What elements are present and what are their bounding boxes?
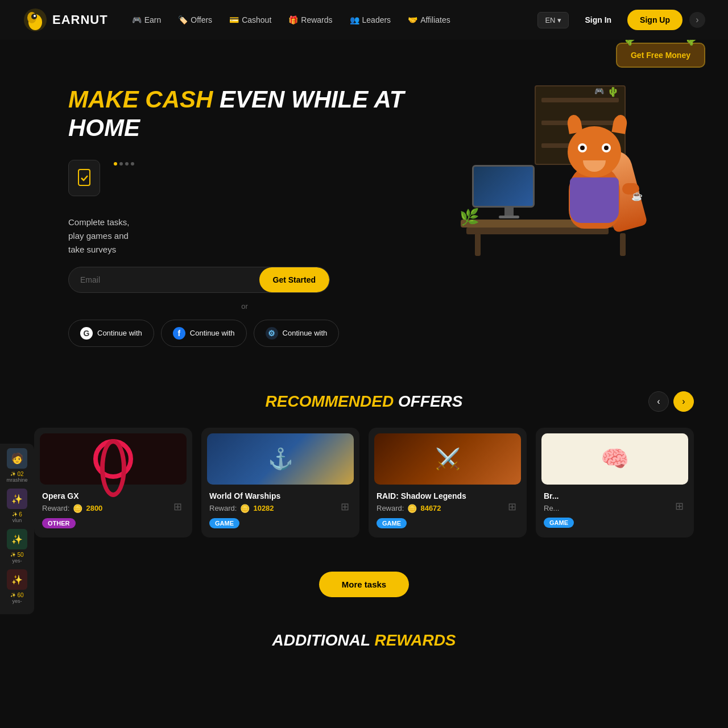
squirrel-character: ☕ [552,104,643,229]
activity-item: ✨ ✨ 60 yes- [3,569,31,604]
cashout-icon: 💳 [229,15,239,24]
dot [114,162,117,166]
prev-arrow-button[interactable]: ‹ [648,391,669,412]
offer-reward: Reward: 🪙 10282 [209,504,351,513]
activity-avatar: ✨ [7,569,27,590]
additional-rewards-section: ADDITIONAL REWARDS [0,620,728,672]
offer-cards-grid: Opera GX Reward: 🪙 2800 OTHER ⊞ ⚓ World … [34,428,694,537]
dot [131,162,134,166]
signup-button[interactable]: Sign Up [627,10,682,30]
earn-icon: 🎮 [132,15,142,24]
svg-rect-5 [78,169,90,185]
more-tasks-section: More tasks [0,555,728,620]
offer-action-icon[interactable]: ⊞ [173,500,182,513]
dot [119,162,123,166]
sparkle-icon: ✨ [10,593,16,598]
offer-action-icon[interactable]: ⊞ [675,500,684,512]
offer-image-raid: ⚔️ [374,433,521,485]
activity-amount: ✨ 60 [10,592,23,598]
continue-google-button[interactable]: G Continue with [68,320,154,347]
activity-username: yes- [2,598,32,604]
recommended-header: RECOMMENDED OFFERS ‹ › [34,392,694,411]
shelf-gamepad-icon: 🎮 [594,86,604,96]
brand-name: EARNUT [52,13,108,27]
sparkle-icon: ✨ [12,512,18,517]
offer-reward: Reward: 🪙 84672 [377,504,519,513]
hero-title: MAKE CASH EVEN WHILE AT HOME [68,85,421,143]
nav-collapse-arrow[interactable]: › [689,12,705,28]
free-money-banner[interactable]: Get Free Money [616,43,705,68]
email-input[interactable] [69,267,259,292]
coffee-cup-icon: ☕ [631,191,643,201]
sparkle-icon: ✨ [10,471,16,477]
logo[interactable]: EARNUT [23,7,108,32]
task-icon [76,168,92,188]
get-started-button[interactable]: Get Started [259,267,329,292]
recommended-section: RECOMMENDED OFFERS ‹ › Opera GX Reward: … [0,370,728,555]
nav-offers[interactable]: 🏷️ Offers [171,12,219,28]
nav-leaders[interactable]: 👥 Leaders [343,12,398,28]
offer-image-brain: 🧠 [541,433,688,485]
desk-leg-left [475,233,481,256]
offers-icon: 🏷️ [178,15,188,24]
squirrel-eye-right [602,143,611,152]
email-form: Get Started [68,267,330,293]
offer-tag: GAME [544,518,574,528]
warships-art: ⚓ [207,433,354,485]
activity-username: vlun [2,518,32,523]
offer-reward: Reward: 🪙 2800 [42,504,184,513]
offer-card-warships: ⚓ World Of Warships Reward: 🪙 10282 GAME… [201,428,359,537]
raid-art: ⚔️ [374,433,521,485]
offer-name: Br... [544,491,686,500]
next-arrow-button[interactable]: › [673,391,694,412]
carousel-arrows: ‹ › [648,391,694,412]
activity-amount: ✨ 50 [10,552,23,558]
nav-earn[interactable]: 🎮 Earn [125,12,168,28]
more-tasks-button[interactable]: More tasks [319,572,409,597]
continue-steam-button[interactable]: ⚙ Continue with [254,320,340,347]
offer-action-icon[interactable]: ⊞ [341,500,349,513]
coin-icon: 🪙 [73,504,82,513]
recommended-title: RECOMMENDED OFFERS [266,392,463,411]
svg-point-4 [34,15,36,17]
activity-avatar: ✨ [7,489,27,509]
monitor [472,165,546,222]
offer-name: World Of Warships [209,491,351,500]
rewards-icon: 🎁 [288,15,298,24]
offer-body-warships: World Of Warships Reward: 🪙 10282 GAME ⊞ [201,485,359,528]
dot [125,162,129,166]
coin-icon: 🪙 [407,504,417,513]
brain-emoji-icon: 🧠 [601,445,629,472]
squirrel-eye-left [578,143,587,152]
hero-features [68,160,421,196]
nav-rewards[interactable]: 🎁 Rewards [282,12,339,28]
continue-facebook-button[interactable]: f Continue with [161,320,247,347]
offer-name: RAID: Shadow Legends [377,491,519,500]
nav-affiliates[interactable]: 🤝 Affiliates [401,12,457,28]
offer-tag: GAME [209,518,239,528]
affiliates-icon: 🤝 [408,15,417,24]
shelf-cactus-icon: 🌵 [607,86,619,97]
nav-links: 🎮 Earn 🏷️ Offers 💳 Cashout 🎁 Rewards 👥 L… [125,12,538,28]
squirrel-ear-right [611,114,628,134]
feature-dots [114,162,134,166]
activity-item: ✨ ✨ 6 vlun [3,489,31,523]
offer-image-opera-gx [40,433,187,485]
nav-cashout[interactable]: 💳 Cashout [222,12,278,28]
google-icon: G [80,327,93,340]
offer-body-brain: Br... Re... GAME ⊞ [536,485,694,528]
language-selector[interactable]: EN ▾ [537,12,569,28]
offer-tag: GAME [377,518,407,528]
offer-body-raid: RAID: Shadow Legends Reward: 🪙 84672 GAM… [369,485,527,528]
coin-icon: 🪙 [240,504,250,513]
offer-card-brain: 🧠 Br... Re... GAME ⊞ [536,428,694,537]
signin-button[interactable]: Sign In [576,11,621,29]
facebook-icon: f [173,327,185,340]
activity-amount: ✨ 6 [12,511,22,518]
steam-icon: ⚙ [266,327,278,340]
squirrel-shirt [570,177,619,223]
squirrel-muzzle [583,160,606,172]
navbar: EARNUT 🎮 Earn 🏷️ Offers 💳 Cashout 🎁 Rewa… [0,0,728,40]
offer-reward: Re... [544,504,686,512]
offer-action-icon[interactable]: ⊞ [508,500,516,513]
